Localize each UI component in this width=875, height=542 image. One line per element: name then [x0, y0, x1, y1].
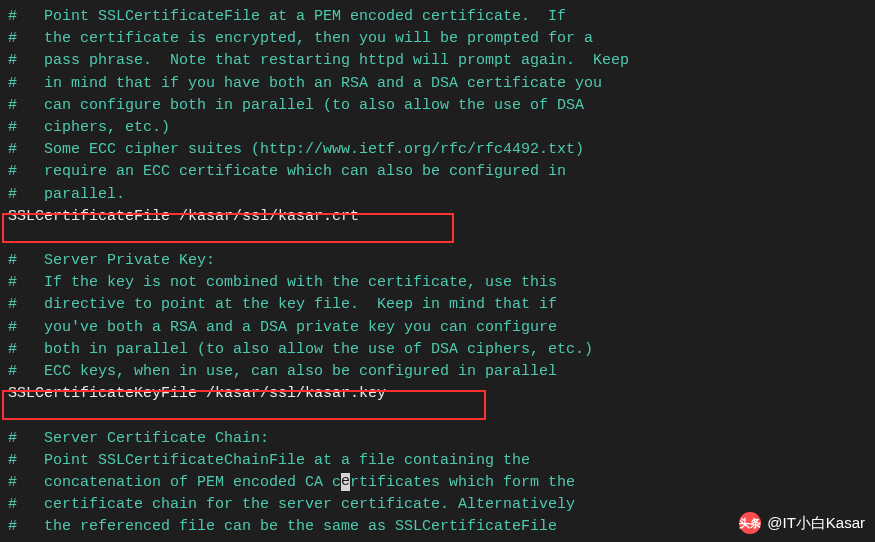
code-line	[8, 228, 875, 250]
code-line: SSLCertificateKeyFile /kasar/ssl/kasar.k…	[8, 383, 875, 405]
code-line: # pass phrase. Note that restarting http…	[8, 50, 875, 72]
code-line: # the certificate is encrypted, then you…	[8, 28, 875, 50]
code-line: # Server Private Key:	[8, 250, 875, 272]
code-line: # you've both a RSA and a DSA private ke…	[8, 317, 875, 339]
code-line	[8, 405, 875, 427]
code-line: # the referenced file can be the same as…	[8, 516, 875, 538]
code-line: SSLCertificateFile /kasar/ssl/kasar.crt	[8, 206, 875, 228]
code-line: # directive to point at the key file. Ke…	[8, 294, 875, 316]
code-line: # Server Certificate Chain:	[8, 428, 875, 450]
code-editor[interactable]: # Point SSLCertificateFile at a PEM enco…	[0, 0, 875, 542]
code-line: # If the key is not combined with the ce…	[8, 272, 875, 294]
code-line: # certificate chain for the server certi…	[8, 494, 875, 516]
code-line: # ciphers, etc.)	[8, 117, 875, 139]
code-line: # ECC keys, when in use, can also be con…	[8, 361, 875, 383]
code-line: # Point SSLCertificateFile at a PEM enco…	[8, 6, 875, 28]
text-cursor: e	[341, 473, 350, 491]
code-line: # concatenation of PEM encoded CA certif…	[8, 472, 875, 494]
code-line: # both in parallel (to also allow the us…	[8, 339, 875, 361]
code-line: # Point SSLCertificateChainFile at a fil…	[8, 450, 875, 472]
code-line: # in mind that if you have both an RSA a…	[8, 73, 875, 95]
code-line: # Some ECC cipher suites (http://www.iet…	[8, 139, 875, 161]
code-line: # can configure both in parallel (to als…	[8, 95, 875, 117]
code-line: # parallel.	[8, 184, 875, 206]
code-line: # require an ECC certificate which can a…	[8, 161, 875, 183]
